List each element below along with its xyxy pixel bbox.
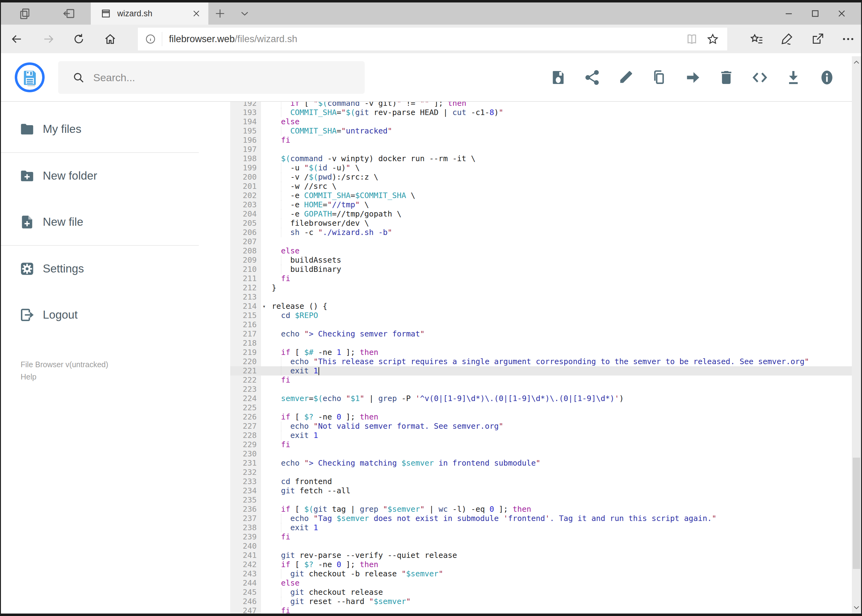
code-line[interactable]: 213 xyxy=(230,292,852,302)
code-line[interactable]: 206 sh -c "./wizard.sh -b" xyxy=(230,228,852,237)
home-icon[interactable] xyxy=(104,33,117,46)
code-line[interactable]: 237 echo "Tag $semver does not exist in … xyxy=(230,514,852,523)
share-icon[interactable] xyxy=(583,69,601,86)
code-line[interactable]: 236 if [ $(git tag | grep "$semver" | wc… xyxy=(230,504,852,514)
code-line[interactable]: 241 git rev-parse --verify --quiet relea… xyxy=(230,551,852,560)
code-line[interactable]: 203 -e HOME="//tmp" \ xyxy=(230,200,852,209)
page-scrollbar[interactable] xyxy=(852,56,861,614)
code-line[interactable]: 208 else xyxy=(230,246,852,256)
code-line[interactable]: 244 else xyxy=(230,578,852,588)
minimize-icon[interactable] xyxy=(775,2,802,25)
info-icon[interactable] xyxy=(818,69,835,86)
close-tab-icon[interactable] xyxy=(191,8,202,19)
code-line[interactable]: 194 else xyxy=(230,117,852,126)
set-aside-tabs-icon[interactable] xyxy=(18,7,32,20)
maximize-icon[interactable] xyxy=(802,2,829,25)
code-line[interactable]: 210 buildBinary xyxy=(230,265,852,274)
code-line[interactable]: 216 xyxy=(230,320,852,329)
code-line[interactable]: 234 git fetch --all xyxy=(230,486,852,495)
scroll-down-icon[interactable] xyxy=(852,601,861,614)
delete-icon[interactable] xyxy=(718,69,735,86)
code-line[interactable]: 218 xyxy=(230,339,852,348)
code-line[interactable]: 223 xyxy=(230,385,852,394)
code-line[interactable]: 229 fi xyxy=(230,440,852,449)
restore-tabs-icon[interactable] xyxy=(63,7,76,20)
copy-icon[interactable] xyxy=(651,69,668,86)
refresh-icon[interactable] xyxy=(72,33,85,46)
code-line[interactable]: 209 buildAssets xyxy=(230,256,852,265)
code-line[interactable]: 228 exit 1 xyxy=(230,431,852,440)
scroll-up-icon[interactable] xyxy=(852,56,861,69)
code-line[interactable]: 232 xyxy=(230,468,852,477)
site-info-icon[interactable] xyxy=(145,33,156,45)
code-line[interactable]: 242 if [ $? -ne 0 ]; then xyxy=(230,560,852,569)
code-line[interactable]: 197 xyxy=(230,145,852,154)
code-line[interactable]: 212} xyxy=(230,283,852,292)
tab-wizard-sh[interactable]: wizard.sh xyxy=(91,2,208,25)
code-line[interactable]: 240 xyxy=(230,542,852,551)
filebrowser-logo-icon[interactable] xyxy=(15,63,45,92)
more-icon[interactable] xyxy=(841,32,855,46)
code-line[interactable]: 198 $(command -v winpty) docker run --rm… xyxy=(230,154,852,163)
code-editor[interactable]: 192 if [ "$(command -v git)" != "" ]; th… xyxy=(230,102,861,614)
code-line[interactable]: 200 -v /$(pwd):/src:z \ xyxy=(230,173,852,182)
code-line[interactable]: 230 xyxy=(230,449,852,459)
code-line[interactable]: 233 cd frontend xyxy=(230,477,852,486)
code-line[interactable]: 247 fi xyxy=(230,606,852,614)
sidebar-item-new-folder[interactable]: New folder xyxy=(1,153,230,199)
fold-arrow-icon[interactable]: ▾ xyxy=(261,302,267,311)
code-line[interactable]: 192 if [ "$(command -v git)" != "" ]; th… xyxy=(230,102,852,108)
code-line[interactable]: 245 git checkout release xyxy=(230,588,852,597)
share-page-icon[interactable] xyxy=(811,32,825,46)
help-link[interactable]: Help xyxy=(20,371,230,383)
code-line[interactable]: 196 fi xyxy=(230,136,852,145)
code-line[interactable]: 193 COMMIT_SHA="$(git rev-parse HEAD | c… xyxy=(230,108,852,117)
code-line[interactable]: 231 echo "> Checking matching $semver in… xyxy=(230,459,852,468)
sidebar-item-new-file[interactable]: New file xyxy=(1,199,230,245)
code-line[interactable]: 204 -e GOPATH=//tmp/gopath \ xyxy=(230,209,852,218)
move-icon[interactable] xyxy=(684,69,701,86)
search-box[interactable] xyxy=(58,61,365,94)
favorite-star-icon[interactable] xyxy=(706,33,719,46)
code-line[interactable]: 207 xyxy=(230,237,852,246)
code-line[interactable]: 235 xyxy=(230,495,852,504)
code-line[interactable]: 225 xyxy=(230,403,852,412)
code-line[interactable]: 221 exit 1 xyxy=(230,366,852,376)
code-icon[interactable] xyxy=(751,69,769,86)
reading-view-icon[interactable] xyxy=(686,33,698,46)
code-line[interactable]: 246 git reset --hard "$semver" xyxy=(230,597,852,606)
back-icon[interactable] xyxy=(10,33,23,46)
edit-icon[interactable] xyxy=(617,69,634,86)
new-tab-icon[interactable] xyxy=(214,7,226,20)
code-line[interactable]: 211 fi xyxy=(230,274,852,283)
download-icon[interactable] xyxy=(785,69,802,86)
save-icon[interactable] xyxy=(550,69,567,86)
code-line[interactable]: 205 filebrowser/dev \ xyxy=(230,218,852,228)
sidebar-item-logout[interactable]: Logout xyxy=(1,292,230,338)
sidebar-item-settings[interactable]: Settings xyxy=(1,246,230,292)
code-line[interactable]: 222 fi xyxy=(230,376,852,385)
tab-preview-chevron-icon[interactable] xyxy=(238,7,251,20)
hub-icon[interactable] xyxy=(750,32,764,46)
search-input[interactable] xyxy=(93,72,339,84)
code-line[interactable]: 226 if [ $? -ne 0 ]; then xyxy=(230,412,852,422)
code-line[interactable]: 215 cd $REPO xyxy=(230,311,852,320)
code-line[interactable]: 217 echo "> Checking semver format" xyxy=(230,329,852,339)
code-line[interactable]: 220 echo "This release script requires a… xyxy=(230,357,852,366)
code-line[interactable]: 195 COMMIT_SHA="untracked" xyxy=(230,126,852,136)
code-line[interactable]: 219 if [ $# -ne 1 ]; then xyxy=(230,348,852,357)
url-field[interactable]: filebrowser.web/files/wizard.sh xyxy=(138,28,727,50)
code-line[interactable]: 199 -u "$(id -u)" \ xyxy=(230,163,852,173)
code-line[interactable]: 201 -w //src \ xyxy=(230,182,852,191)
close-icon[interactable] xyxy=(829,2,855,25)
code-line[interactable]: 239 fi xyxy=(230,532,852,542)
annotate-icon[interactable] xyxy=(780,32,794,46)
code-line[interactable]: 227 echo "Not valid semver format. See s… xyxy=(230,422,852,431)
code-line[interactable]: 214▾release () { xyxy=(230,302,852,311)
code-line[interactable]: 202 -e COMMIT_SHA=$COMMIT_SHA \ xyxy=(230,191,852,200)
code-line[interactable]: 224 semver=$(echo "$1" | grep -P '^v(0|[… xyxy=(230,394,852,403)
forward-icon[interactable] xyxy=(42,33,55,46)
sidebar-item-my-files[interactable]: My files xyxy=(1,106,230,152)
code-line[interactable]: 238 exit 1 xyxy=(230,523,852,532)
code-line[interactable]: 243 git checkout -b release "$semver" xyxy=(230,569,852,578)
